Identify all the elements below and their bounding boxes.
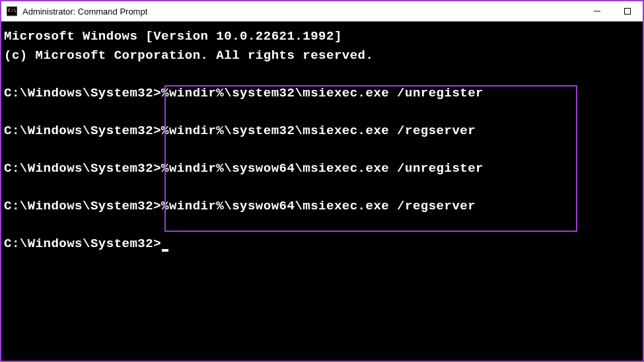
svg-text:C:\: C:\ <box>8 8 17 13</box>
svg-rect-3 <box>625 9 631 15</box>
terminal-blank <box>4 140 640 159</box>
terminal-command: %windir%\syswow64\msiexec.exe /regserver <box>161 199 476 213</box>
cmd-icon: C:\ <box>7 6 17 17</box>
terminal-prompt: C:\Windows\System32> <box>4 236 161 251</box>
terminal-command: %windir%\system32\msiexec.exe /unregiste… <box>161 86 483 100</box>
terminal-area[interactable]: Microsoft Windows [Version 10.0.22621.19… <box>1 22 643 361</box>
terminal-blank <box>4 178 640 197</box>
terminal-prompt: C:\Windows\System32> <box>4 124 161 138</box>
terminal-line: C:\Windows\System32>%windir%\system32\ms… <box>4 84 640 103</box>
titlebar[interactable]: C:\ Administrator: Command Prompt <box>1 1 643 22</box>
terminal-blank <box>4 65 640 84</box>
command-prompt-window: C:\ Administrator: Command Prompt Micros… <box>0 0 644 362</box>
cursor-icon <box>162 249 168 252</box>
maximize-button[interactable] <box>612 1 643 21</box>
terminal-command: %windir%\system32\msiexec.exe /regserver <box>161 124 476 138</box>
terminal-line: C:\Windows\System32> <box>4 235 640 254</box>
terminal-line: C:\Windows\System32>%windir%\system32\ms… <box>4 122 640 141</box>
window-controls <box>582 1 643 21</box>
terminal-line: (c) Microsoft Corporation. All rights re… <box>4 46 640 65</box>
terminal-blank <box>4 215 640 235</box>
window-title: Administrator: Command Prompt <box>22 7 582 17</box>
minimize-button[interactable] <box>582 1 612 21</box>
terminal-line: C:\Windows\System32>%windir%\syswow64\ms… <box>4 197 640 216</box>
terminal-blank <box>4 102 640 122</box>
terminal-command: %windir%\syswow64\msiexec.exe /unregiste… <box>161 161 483 176</box>
terminal-line: Microsoft Windows [Version 10.0.22621.19… <box>4 27 640 46</box>
terminal-prompt: C:\Windows\System32> <box>4 86 161 100</box>
terminal-prompt: C:\Windows\System32> <box>4 161 161 176</box>
terminal-prompt: C:\Windows\System32> <box>4 199 161 213</box>
terminal-line: C:\Windows\System32>%windir%\syswow64\ms… <box>4 159 640 178</box>
